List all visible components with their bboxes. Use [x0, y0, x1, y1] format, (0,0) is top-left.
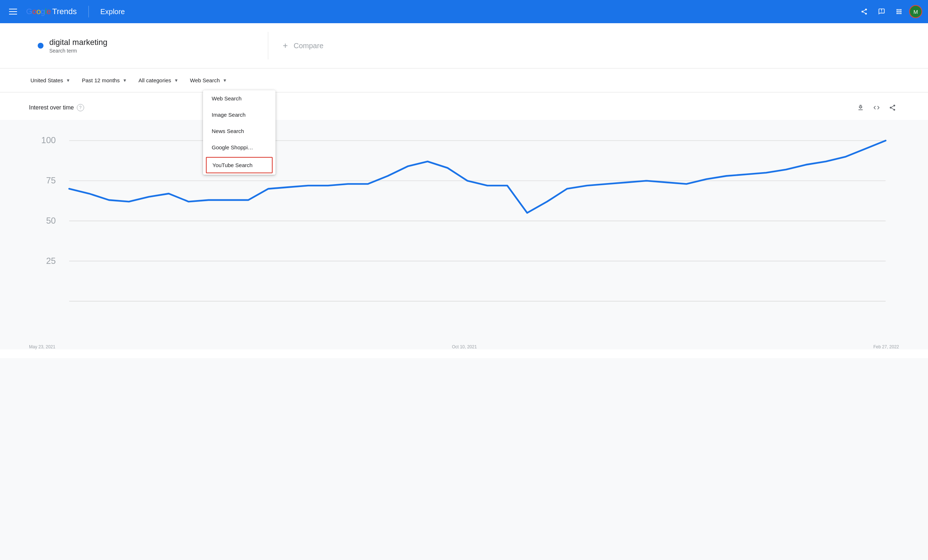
dropdown-item-image-search[interactable]: Image Search — [203, 107, 276, 123]
search-type-dropdown: Web Search Image Search News Search Goog… — [203, 90, 276, 175]
dropdown-item-news-search[interactable]: News Search — [203, 123, 276, 139]
dropdown-item-youtube-search[interactable]: YouTube Search — [206, 157, 273, 173]
dropdown-overlay[interactable] — [0, 0, 928, 358]
dropdown-item-google-shopping[interactable]: Google Shoppi… — [203, 139, 276, 156]
dropdown-item-web-search[interactable]: Web Search — [203, 90, 276, 107]
